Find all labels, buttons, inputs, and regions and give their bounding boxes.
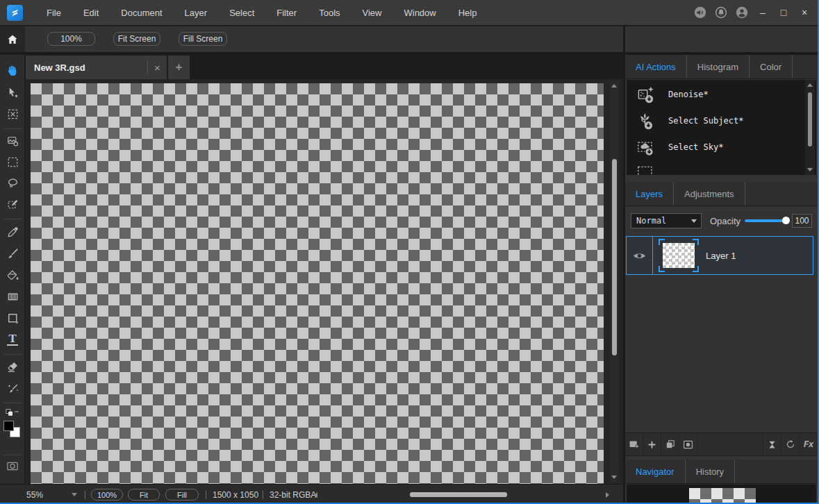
list-item-partial[interactable] [627,160,816,175]
opacity-slider[interactable] [745,219,788,222]
eraser-tool-icon[interactable] [6,360,19,373]
tab-navigator[interactable]: Navigator [625,460,686,483]
opacity-slider-thumb[interactable] [782,217,790,224]
layers-bottom-toolbar: Fx [625,432,818,456]
gradient-tool-icon[interactable] [6,289,19,303]
smart-object-button[interactable] [781,433,800,455]
tab-histogram[interactable]: Histogram [687,55,750,78]
scroll-up-icon[interactable] [807,83,813,87]
move-tool-icon[interactable] [6,85,19,99]
user-icon[interactable] [734,5,750,20]
app-window: File Edit Document Layer Select Filter T… [0,0,819,504]
tab-layers[interactable]: Layers [625,182,674,205]
shape-tool-icon[interactable] [6,311,19,325]
select-subject-icon [635,112,656,131]
mask-tool-icon[interactable] [6,459,19,473]
status-fit-button[interactable]: Fit [128,489,160,501]
eyedropper-tool-icon[interactable] [6,225,19,239]
text-tool-icon[interactable]: T [6,333,19,346]
status-fill-button[interactable]: Fill [165,489,199,501]
navigator-preview[interactable] [627,484,816,504]
smart-object-icon [785,439,796,450]
minimize-button[interactable]: – [752,3,773,22]
eye-icon [633,251,646,260]
layer-visibility-cell[interactable] [627,237,653,274]
zoom-dropdown-caret-icon[interactable] [72,493,77,496]
lasso-tool-icon[interactable] [6,176,19,190]
layer-thumbnail[interactable] [657,239,700,272]
tool-divider [3,219,22,219]
navigator-tabs: Navigator History [625,460,818,484]
list-item[interactable]: Select Subject* [627,108,816,134]
opacity-value[interactable]: 100 [792,214,812,228]
tab-ai-actions[interactable]: AI Actions [625,55,687,78]
effects-button[interactable]: Fx [800,433,818,455]
menu-document[interactable]: Document [110,0,173,25]
menu-tools[interactable]: Tools [308,0,351,25]
maximize-button[interactable]: □ [773,3,794,22]
crop-tool-icon[interactable] [6,134,19,148]
blend-mode-dropdown[interactable]: Normal [631,213,702,228]
menu-edit[interactable]: Edit [72,0,110,25]
zoom-100-button[interactable]: 100% [47,32,95,46]
menu-help[interactable]: Help [447,0,488,25]
scroll-left-icon[interactable] [314,492,317,498]
transform-tool-icon[interactable] [6,107,19,121]
tab-adjustments[interactable]: Adjustments [674,182,745,205]
layer-row[interactable]: Layer 1 [626,236,813,275]
scroll-down-icon[interactable] [807,168,813,171]
ai-scrollbar-thumb[interactable] [808,92,812,146]
layer-name[interactable]: Layer 1 [706,251,736,261]
tab-history[interactable]: History [686,460,735,483]
ai-list-scrollbar[interactable] [805,80,815,175]
horizontal-scrollbar-thumb[interactable] [410,492,507,497]
tool-sidebar: T [0,55,25,484]
new-tab-button[interactable]: + [168,56,190,79]
bell-icon[interactable] [713,5,729,20]
menu-filter[interactable]: Filter [265,0,308,25]
menu-layer[interactable]: Layer [174,0,219,25]
quick-select-tool-icon[interactable] [6,197,19,211]
list-item[interactable]: Select Sky* [627,134,816,160]
fill-screen-button[interactable]: Fill Screen [179,32,227,46]
menu-select[interactable]: Select [218,0,265,25]
vertical-scrollbar[interactable] [610,81,619,482]
scroll-down-icon[interactable] [611,476,617,479]
hand-tool-icon[interactable] [6,63,19,77]
document-tab[interactable]: New 3R.gsd × [26,56,167,79]
list-item[interactable]: Denoise* [627,81,816,108]
menu-view[interactable]: View [351,0,393,25]
zoom-level[interactable]: 55% [26,485,43,504]
status-zoom-100-button[interactable]: 100% [91,489,123,501]
ai-action-label: Select Subject* [668,116,743,126]
brush-tool-icon[interactable] [6,246,19,260]
new-layer-button[interactable] [643,433,661,455]
fit-screen-button[interactable]: Fit Screen [113,32,160,46]
tab-color[interactable]: Color [750,55,793,78]
selection-corner [659,239,665,245]
home-icon[interactable] [6,33,19,46]
smart-brush-tool-icon[interactable] [6,381,19,395]
menu-window[interactable]: Window [392,0,447,25]
megaphone-icon[interactable] [693,5,708,20]
marquee-select-tool-icon[interactable] [6,155,19,169]
scroll-right-icon[interactable] [606,492,609,498]
menu-file[interactable]: File [35,0,72,25]
scroll-up-icon[interactable] [611,84,617,87]
chevron-down-icon [691,219,697,223]
canvas-transparency-checkerboard[interactable] [31,83,604,484]
swap-colors-icon[interactable] [6,408,19,419]
duplicate-layer-button[interactable] [661,433,679,455]
merge-button[interactable] [763,433,781,455]
close-button[interactable]: × [794,3,815,22]
fill-tool-icon[interactable] [6,268,19,282]
horizontal-scrollbar[interactable] [325,492,602,498]
ai-action-label: Select Sky* [668,142,723,152]
vertical-scrollbar-thumb[interactable] [612,159,617,355]
tab-close-icon[interactable]: × [148,62,167,74]
foreground-color-swatch[interactable] [3,421,14,431]
foreground-background-swatches[interactable] [0,421,25,442]
document-dimensions: 1500 x 1050 [213,485,258,504]
layer-mask-button[interactable] [679,433,697,455]
add-image-layer-button[interactable] [625,433,643,455]
